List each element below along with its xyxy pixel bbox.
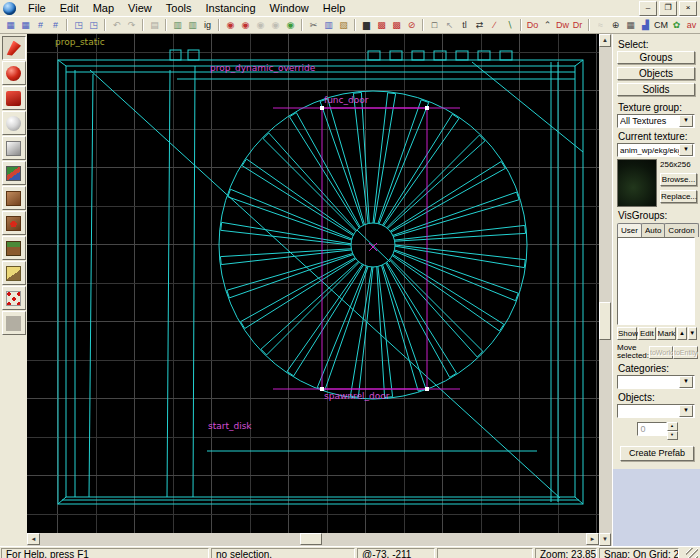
empty-slot[interactable] (2, 311, 26, 335)
menu-instancing[interactable]: Instancing (198, 1, 262, 16)
check-map-icon[interactable]: CM (653, 18, 669, 32)
select-solids-button[interactable]: Solids (617, 83, 695, 96)
browse-button[interactable]: Browse... (660, 173, 697, 186)
select-groups-button[interactable]: Groups (617, 51, 695, 64)
entity-report-icon[interactable]: ▦ (623, 18, 638, 32)
select-objects-button[interactable]: Objects (617, 67, 695, 80)
visgroup-list[interactable] (617, 237, 695, 325)
sound-browser-icon[interactable]: ≈ (593, 18, 608, 32)
cut-icon[interactable]: ✂ (306, 18, 321, 32)
decal-tool[interactable] (2, 211, 26, 235)
carve-icon[interactable]: ◉ (223, 18, 238, 32)
chevron-down-icon[interactable]: ▼ (679, 376, 693, 388)
move-down-button[interactable]: ▼ (688, 327, 697, 340)
show-button[interactable]: Show (617, 327, 637, 340)
selection-handle[interactable] (425, 106, 429, 110)
chevron-down-icon[interactable]: ▼ (679, 405, 693, 417)
menu-map[interactable]: Map (86, 1, 121, 16)
tab-auto[interactable]: Auto (641, 223, 665, 237)
radius-culling-icon[interactable]: ⊘ (404, 18, 419, 32)
clipping-tool[interactable] (2, 261, 26, 285)
to-world-button[interactable]: toWorld (649, 346, 673, 359)
select-auto-icon[interactable]: ↖ (442, 18, 457, 32)
selection-box[interactable] (273, 106, 460, 391)
edit-button[interactable]: Edit (638, 327, 656, 340)
group-icon[interactable]: ◉ (253, 18, 268, 32)
scroll-left-button[interactable]: ◄ (27, 533, 40, 545)
spin-down-button[interactable]: ▼ (667, 431, 678, 440)
replace-button[interactable]: Replace... (660, 190, 697, 203)
menu-window[interactable]: Window (263, 1, 316, 16)
toggle-select-by-handles-icon[interactable]: □ (427, 18, 442, 32)
tie-to-entity-icon[interactable]: Dr (570, 18, 585, 32)
flip-horizontal-icon[interactable]: ∕ (487, 18, 502, 32)
vertex-manipulation-tool[interactable] (2, 286, 26, 310)
vertical-scrollbar[interactable]: ▲ ▼ (599, 34, 612, 546)
objects-dropdown[interactable]: ▼ (617, 404, 695, 418)
chevron-down-icon[interactable]: ▼ (679, 144, 693, 156)
load-window-state-icon[interactable]: ◳ (71, 18, 86, 32)
spin-up-button[interactable]: ▲ (667, 422, 678, 431)
paste-icon[interactable]: ▧ (336, 18, 351, 32)
flip-vertical-icon[interactable]: ∖ (502, 18, 517, 32)
toggle-3d-grid-icon[interactable]: ▦ (18, 18, 33, 32)
texture-application-tool[interactable] (2, 161, 26, 185)
selection-tool[interactable] (2, 36, 26, 60)
edit-cordon-icon[interactable]: ▩ (374, 18, 389, 32)
mark-button[interactable]: Mark (657, 327, 677, 340)
ignore-groups-icon[interactable]: ig (200, 18, 215, 32)
tab-user[interactable]: User (617, 223, 642, 237)
selection-handle[interactable] (425, 387, 429, 391)
menu-edit[interactable]: Edit (53, 1, 86, 16)
scale-lock-icon[interactable]: ⇄ (472, 18, 487, 32)
menu-tools[interactable]: Tools (159, 1, 199, 16)
scroll-up-button[interactable]: ▲ (599, 34, 611, 47)
toggle-group-ignore-icon[interactable]: ◉ (283, 18, 298, 32)
menu-file[interactable]: File (21, 1, 53, 16)
selection-handle[interactable] (320, 106, 324, 110)
viewport-2d[interactable]: prop_staticprop_dynamic_overridefunc_doo… (27, 34, 599, 533)
save-window-state-icon[interactable]: ◳ (86, 18, 101, 32)
cordon-state-icon[interactable]: ▆ (359, 18, 374, 32)
tie-to-world-icon[interactable]: Dw (555, 18, 570, 32)
horizontal-scrollbar[interactable]: ◄ ► (27, 533, 599, 546)
toggle-detail-icon[interactable]: ▥ (185, 18, 200, 32)
make-hollow-icon[interactable]: ◉ (238, 18, 253, 32)
to-entity-button[interactable]: toEntity (673, 346, 698, 359)
minimize-button[interactable]: – (639, 1, 657, 16)
larger-grid-icon[interactable]: # (48, 18, 63, 32)
entity-gallery-icon[interactable]: ▟ (638, 18, 653, 32)
camera-tool[interactable] (2, 86, 26, 110)
create-prefab-button[interactable]: Create Prefab (620, 446, 694, 461)
redo-icon[interactable]: ↷ (124, 18, 139, 32)
magnify-tool[interactable] (2, 61, 26, 85)
prefab-count-field[interactable]: 0 (637, 422, 667, 436)
detach-from-entity-icon[interactable]: Do (525, 18, 540, 32)
undo-icon[interactable]: ↶ (109, 18, 124, 32)
resize-grip[interactable] (681, 548, 698, 558)
block-tool[interactable] (2, 136, 26, 160)
categories-dropdown[interactable]: ▼ (617, 375, 695, 389)
smaller-grid-icon[interactable]: # (33, 18, 48, 32)
menu-help[interactable]: Help (316, 1, 353, 16)
close-button[interactable]: × (679, 1, 697, 16)
overlay-tool[interactable] (2, 236, 26, 260)
auto-visgroup-icon[interactable]: av (684, 18, 699, 32)
toggle-models-icon[interactable]: ▥ (170, 18, 185, 32)
entity-tool[interactable] (2, 111, 26, 135)
toggle-grid-icon[interactable]: ▦ (3, 18, 18, 32)
ungroup-icon[interactable]: ◉ (268, 18, 283, 32)
texture-lock-icon[interactable]: tl (457, 18, 472, 32)
tab-cordon[interactable]: Cordon (664, 223, 698, 237)
horizontal-scroll-thumb[interactable] (300, 533, 322, 545)
path-tool-icon[interactable]: ⌃ (540, 18, 555, 32)
scroll-down-button[interactable]: ▼ (599, 533, 611, 546)
vertical-scroll-thumb[interactable] (599, 302, 611, 340)
restore-button[interactable]: ❐ (659, 1, 677, 16)
current-texture-dropdown[interactable]: anim_wp/ekg/ekg_ani ▼ (617, 143, 695, 157)
texture-group-dropdown[interactable]: All Textures ▼ (617, 114, 695, 128)
copy-icon[interactable]: ▥ (321, 18, 336, 32)
apply-current-texture-tool[interactable] (2, 186, 26, 210)
move-up-button[interactable]: ▲ (677, 327, 686, 340)
foliage-tool-icon[interactable]: ✿ (669, 18, 684, 32)
